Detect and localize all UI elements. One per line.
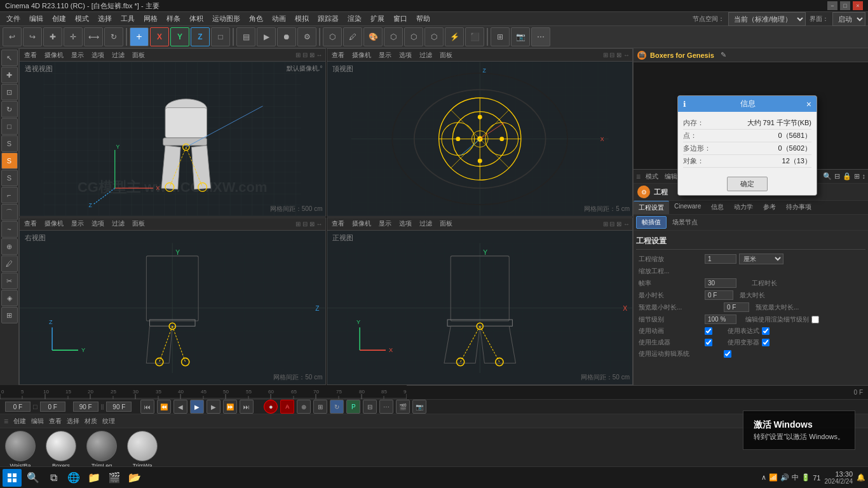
input-prev-min[interactable] <box>724 302 749 312</box>
input-min-time[interactable] <box>705 290 733 300</box>
dialog-ok-btn[interactable]: 确定 <box>727 177 768 191</box>
vp-tr-cam[interactable]: 摄像机 <box>350 51 373 60</box>
tl-dots-btn[interactable]: ⋯ <box>379 400 393 414</box>
icon-b-btn[interactable]: ⬡ <box>404 27 423 46</box>
cb-use-deform[interactable] <box>762 339 770 346</box>
icon-e-btn[interactable]: ⬛ <box>465 27 484 46</box>
move-btn[interactable]: ✛ <box>64 27 83 46</box>
vp-tl-cam[interactable]: 摄像机 <box>43 51 65 60</box>
vp-br-sel[interactable]: 选项 <box>397 219 414 228</box>
menu-volume[interactable]: 体积 <box>186 13 207 25</box>
mat-item-waistba[interactable]: WaistBa <box>5 431 36 469</box>
mat-texture[interactable]: 纹理 <box>102 417 115 426</box>
vp-tr-filt[interactable]: 过滤 <box>417 51 434 60</box>
tab-ref[interactable]: 参考 <box>758 201 781 214</box>
icon-g-btn[interactable]: 📷 <box>511 27 530 46</box>
tl-settings-btn[interactable]: ⊞ <box>313 400 327 414</box>
play-btn-tl[interactable]: ▶ <box>190 400 204 414</box>
viewport-front[interactable]: 查看 摄像机 显示 选项 过滤 面板 ⊞ ⊟ ⊠ ↔ 正视图 <box>327 217 634 385</box>
vp-tl-panel[interactable]: 面板 <box>130 51 147 60</box>
input-project-scale[interactable] <box>705 254 736 264</box>
vp-tl-look[interactable]: 查看 <box>22 51 39 60</box>
props-menu-icon[interactable]: ≡ <box>636 172 641 181</box>
cb-motion-clips[interactable] <box>724 350 731 358</box>
tool-pointer[interactable]: ↖ <box>1 50 18 66</box>
select-btn[interactable]: □ <box>211 27 230 46</box>
tray-arrow[interactable]: ∧ <box>761 473 766 482</box>
tl-p-btn[interactable]: P <box>346 400 360 414</box>
mat-menu-icon[interactable]: ≡ <box>4 417 8 426</box>
menu-edit[interactable]: 编辑 <box>25 13 47 25</box>
input-detail[interactable] <box>705 315 736 324</box>
tool-paint[interactable]: 🖊 <box>1 255 18 272</box>
subtab-scene-nodes[interactable]: 场景节点 <box>667 216 703 229</box>
menu-mode[interactable]: 模式 <box>71 13 93 25</box>
menu-window[interactable]: 窗口 <box>390 13 411 25</box>
redo-btn[interactable]: ↪ <box>23 27 42 46</box>
y-axis-btn[interactable]: Y <box>170 27 189 46</box>
mat-material[interactable]: 材质 <box>85 417 97 426</box>
brush-btn[interactable]: 🖊 <box>343 27 362 46</box>
play-btn[interactable]: ▶ <box>257 27 276 46</box>
record-btn-tl[interactable]: ● <box>264 400 278 414</box>
tool-s2[interactable]: S <box>1 152 18 169</box>
tab-info[interactable]: 信息 <box>706 201 729 214</box>
vp-tr-panel[interactable]: 面板 <box>438 51 454 60</box>
menu-spline[interactable]: 样条 <box>163 13 184 25</box>
vp-bl-panel[interactable]: 面板 <box>130 219 147 228</box>
settings-btn[interactable]: ⚙ <box>297 27 316 46</box>
vp-bl-look[interactable]: 查看 <box>22 219 39 228</box>
menu-extend[interactable]: 扩展 <box>367 13 388 25</box>
icon-f-btn[interactable]: ⊞ <box>491 27 510 46</box>
viewport-top[interactable]: 查看 摄像机 显示 选项 过滤 面板 ⊞ ⊟ ⊠ ↔ 顶视图 <box>327 48 634 216</box>
scale-btn[interactable]: ⟷ <box>84 27 103 46</box>
menu-tracker[interactable]: 跟踪器 <box>314 13 342 25</box>
interface-select[interactable]: 启动 <box>832 12 865 26</box>
minimize-button[interactable]: − <box>827 1 837 10</box>
menu-animate[interactable]: 动画 <box>268 13 290 25</box>
mat-select[interactable]: 选择 <box>67 417 79 426</box>
vp-bl-sel[interactable]: 选项 <box>90 219 106 228</box>
mat-item-trimwa[interactable]: TrimWa <box>127 431 158 469</box>
start-frame-input[interactable] <box>40 402 65 412</box>
lock-icon[interactable]: 🔒 <box>843 172 851 180</box>
vp-bl-cam[interactable]: 摄像机 <box>43 219 65 228</box>
menu-tools[interactable]: 工具 <box>117 13 139 25</box>
menu-mesh[interactable]: 网格 <box>140 13 161 25</box>
vp-bl-disp[interactable]: 显示 <box>69 219 86 228</box>
rotate-btn[interactable]: ↻ <box>104 27 123 46</box>
menu-create[interactable]: 创建 <box>48 13 70 25</box>
edge-icon[interactable]: 🌐 <box>65 469 83 487</box>
maximize-button[interactable]: □ <box>840 1 850 10</box>
cb-use-anim[interactable] <box>705 327 712 335</box>
vp-br-disp[interactable]: 显示 <box>377 219 393 228</box>
cinema4d-taskbar-icon[interactable]: 🎬 <box>105 469 123 487</box>
cb-render-detail[interactable] <box>811 316 819 323</box>
cb-use-gen[interactable] <box>705 339 712 346</box>
vp-br-panel[interactable]: 面板 <box>438 219 454 228</box>
prev-key-btn[interactable]: ⏪ <box>157 400 171 414</box>
paint-btn[interactable]: 🎨 <box>363 27 383 46</box>
menu-help[interactable]: 帮助 <box>412 13 434 25</box>
mat-create[interactable]: 创建 <box>13 417 26 426</box>
live-select-btn[interactable]: ✚ <box>43 27 62 46</box>
tool-corner[interactable]: ⌐ <box>1 187 18 203</box>
vp-tr-look[interactable]: 查看 <box>330 51 346 60</box>
skip-end-btn[interactable]: ⏭ <box>240 400 254 414</box>
icon-a-btn[interactable]: ⬡ <box>384 27 403 46</box>
tool-smooth[interactable]: ~ <box>1 221 18 238</box>
file-explorer-icon[interactable]: 📁 <box>85 469 103 487</box>
icon-c-btn[interactable]: ⬡ <box>424 27 444 46</box>
mat-item-boxers[interactable]: Boxers <box>46 431 76 469</box>
tab-project-settings[interactable]: 工程设置 <box>634 201 669 214</box>
z-axis-btn[interactable]: Z <box>191 27 210 46</box>
tab-cineware[interactable]: Cineware <box>669 201 706 214</box>
tool-box[interactable]: □ <box>1 118 18 135</box>
vp-br-filt[interactable]: 过滤 <box>417 219 434 228</box>
mat-view[interactable]: 查看 <box>49 417 62 426</box>
vp-bl-filt[interactable]: 过滤 <box>110 219 126 228</box>
viewport-right[interactable]: 查看 摄像机 显示 选项 过滤 面板 ⊞ ⊟ ⊠ ↔ 右视图 <box>19 217 326 385</box>
skip-start-btn[interactable]: ⏮ <box>140 400 154 414</box>
vp-tr-disp[interactable]: 显示 <box>377 51 393 60</box>
tl-grid-btn[interactable]: ⊟ <box>363 400 377 414</box>
